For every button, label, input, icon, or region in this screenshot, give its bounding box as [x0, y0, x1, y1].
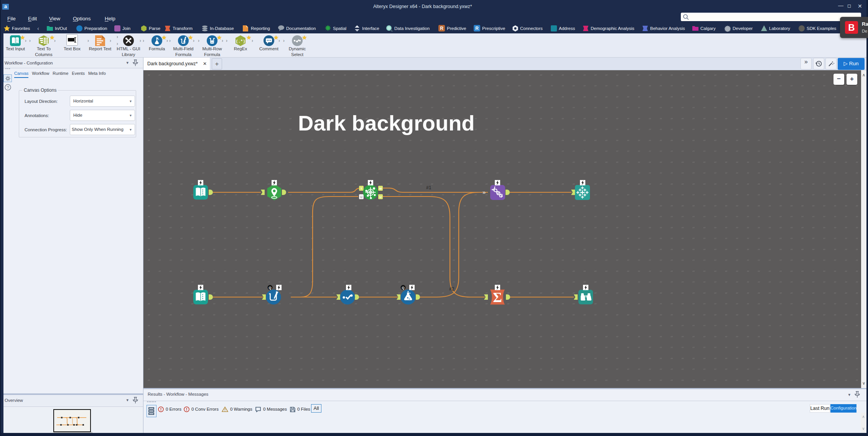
svg-text:U: U [360, 195, 362, 199]
svg-text:R: R [475, 26, 479, 31]
svg-text:#1: #1 [426, 185, 432, 190]
svg-text:Q: Q [402, 286, 404, 290]
svg-text:»: » [483, 189, 486, 195]
svg-text:#2: #2 [449, 286, 455, 292]
svg-text:(.*): (.*) [236, 39, 245, 44]
svg-text:?: ? [7, 85, 9, 90]
svg-text:T: T [361, 187, 362, 190]
svg-text:Q: Q [268, 286, 271, 290]
svg-text:U: U [379, 195, 381, 199]
svg-text:M: M [379, 187, 382, 190]
svg-text:Σ: Σ [493, 290, 502, 305]
svg-text:R: R [440, 26, 443, 31]
